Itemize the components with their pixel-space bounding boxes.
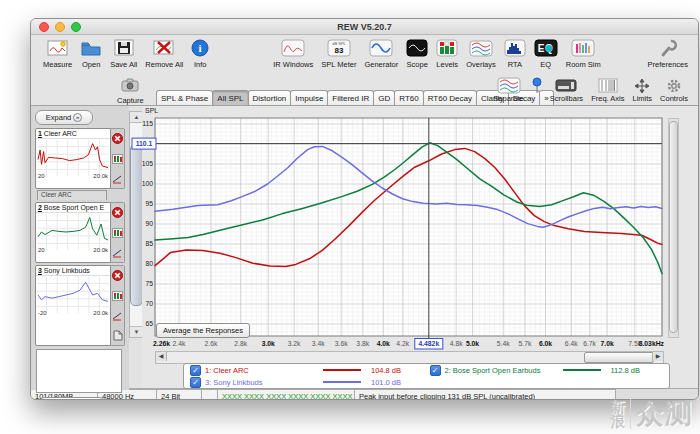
legend-checkbox[interactable]: ✓ [430,365,441,376]
toolbar-spl-meter-button[interactable]: dB SPL83SPL Meter [317,37,360,69]
average-responses-button[interactable]: Average the Responses [156,323,250,338]
viewtool-separate-button[interactable]: Separate [489,77,527,103]
scroll-right-arrow-icon[interactable]: ▶ [652,352,663,361]
svg-text:6.7k: 6.7k [583,340,596,347]
svg-text:83: 83 [334,46,343,55]
ir-windows-icon [281,37,305,59]
levels-mini-icon[interactable] [112,287,123,305]
slope-icon[interactable] [112,307,123,325]
content-area: Expand » 1 Cleer ARC2020.0kCleer ARC2 Bo… [31,106,698,388]
viewtool-limits-button[interactable]: Limits [628,77,656,103]
measurement-card-2[interactable]: 2 Bose Sport Open E2020.0k [35,202,125,263]
toolbar-overlays-button[interactable]: Overlays [462,37,500,69]
room-sim-icon [571,37,595,59]
legend-spl-value: 104.8 dB [371,366,427,375]
remove-measurement-icon[interactable] [112,267,123,285]
tab-distortion[interactable]: Distortion [248,90,292,106]
legend-entry-1: ✓1: Cleer ARC104.8 dB [190,365,430,376]
toolbar-room-sim-button[interactable]: Room Sim [562,37,605,69]
measurement-tab-collapsed[interactable]: Cleer ARC [37,190,107,200]
view-tools: SeparateScrollbarsFreq. AxisLimitsContro… [489,77,692,103]
toolbar-eq-button[interactable]: EQEQ [530,37,562,69]
spl-chart[interactable]: 65707580859095100105115110.12.26k2.4k2.6… [142,106,698,351]
legend-line-swatch [563,369,601,371]
legend-spl-value: 112.8 dB [611,366,667,375]
graph-tabbar: Capture SPL & PhaseAll SPLDistortionImpu… [31,77,698,106]
rew-window: REW V5.20.7 MeasureOpenSave AllRemove Al… [30,18,699,400]
scroll-left-arrow-icon[interactable]: ◀ [156,352,167,361]
notes-page-icon[interactable] [113,327,123,345]
remove-measurement-icon[interactable] [112,204,123,222]
levels-mini-icon[interactable] [112,224,123,242]
tab-rt60-decay[interactable]: RT60 Decay [423,90,477,106]
expand-button[interactable]: Expand » [35,110,93,125]
status-cell-3: 24 Bit [157,389,202,400]
info-icon: i [191,37,209,59]
slope-icon[interactable] [112,170,123,188]
svg-text:5.0k: 5.0k [466,340,479,347]
remove-measurement-icon[interactable] [112,130,123,148]
status-cell-5: XXXX XXXX XXXX XXXX XXXX XXXX [218,389,355,400]
svg-text:70: 70 [145,300,153,307]
viewtool-pin-button[interactable] [528,77,546,94]
legend-line-swatch [323,381,361,383]
svg-text:3.2k: 3.2k [288,340,301,347]
notes-box[interactable] [36,349,122,393]
svg-text:115: 115 [142,120,153,127]
toolbar-open-button[interactable]: Open [76,37,106,69]
change-cal-button[interactable]: Change Cal... [38,397,106,400]
levels-icon [436,37,458,59]
toolbar-ir-windows-button[interactable]: IR Windows [269,37,317,69]
status-cell-6: Peak input before clipping 131 dB SPL (u… [355,389,616,400]
capture-button[interactable]: Capture [117,78,144,105]
spl-graph-panel: SPL 65707580859095100105115110.12.26k2.4… [142,106,698,388]
measurement-card-1[interactable]: 1 Cleer ARC2020.0k [35,128,125,189]
svg-text:3.0k: 3.0k [262,340,275,347]
window-title: REW V5.20.7 [31,22,698,32]
separate-icon [497,77,521,94]
legend-checkbox[interactable]: ✓ [190,365,201,376]
legend-checkbox[interactable]: ✓ [190,377,201,388]
pin-icon [532,77,542,94]
toolbar-measure-button[interactable]: Measure [39,37,76,69]
svg-text:75: 75 [145,280,153,287]
hscrollbar-thumb[interactable] [584,352,654,363]
toolbar-save-all-button[interactable]: Save All [106,37,141,69]
viewtool-controls-button[interactable]: Controls [656,77,692,103]
camera-icon [121,78,139,96]
levels-mini-icon[interactable] [112,150,123,168]
graph-vscrollbar[interactable] [668,118,679,338]
measurement-thumbnail [36,213,110,251]
status-bar: 101/180MB48000 Hz24 BitXXXX XXXX XXXX XX… [31,388,698,400]
remove-all-icon [153,37,175,59]
toolbar-rta-button[interactable]: RTA [500,37,530,69]
main-toolbar: MeasureOpenSave AllRemove AlliInfoIR Win… [31,35,698,77]
slope-icon[interactable] [112,244,123,262]
status-cell-4 [202,389,218,400]
graph-legend: ✓1: Cleer ARC104.8 dB✓2: Bose Sport Open… [183,363,670,389]
svg-text:4.8k: 4.8k [450,340,463,347]
toolbar-generator-button[interactable]: Generator [360,37,402,69]
toolbar-info-button[interactable]: iInfo [187,37,213,69]
svg-text:110.1: 110.1 [136,140,153,147]
toolbar-levels-button[interactable]: Levels [432,37,462,69]
toolbar-preferences-button[interactable]: Preferences [644,37,692,69]
toolbar-scope-button[interactable]: Scope [402,37,432,69]
viewtool-freq-axis-button[interactable]: Freq. Axis [587,77,628,103]
freq-axis-icon [598,77,618,94]
tab-filtered-ir[interactable]: Filtered IR [327,90,374,106]
legend-label: 1: Cleer ARC [205,366,323,375]
toolbar-remove-all-button[interactable]: Remove All [141,37,187,69]
tab-all-spl[interactable]: All SPL [212,90,248,106]
tab-spl-phase[interactable]: SPL & Phase [156,90,213,106]
tab-impulse[interactable]: Impulse [290,90,328,106]
viewtool-scrollbars-button[interactable]: Scrollbars [546,77,587,103]
legend-label: 2: Bose Sport Open Earbuds [445,366,563,375]
svg-text:95: 95 [145,200,153,207]
legend-entry-2: ✓2: Bose Sport Open Earbuds112.8 dB [430,365,670,376]
measurement-card-3[interactable]: 3 Sony Linkbuds-2020.0k [35,265,125,346]
tab-rt60[interactable]: RT60 [394,90,423,106]
svg-text:2.26k: 2.26k [153,340,170,347]
measurement-title: 1 Cleer ARC [36,129,110,139]
tab-gd[interactable]: GD [373,90,395,106]
